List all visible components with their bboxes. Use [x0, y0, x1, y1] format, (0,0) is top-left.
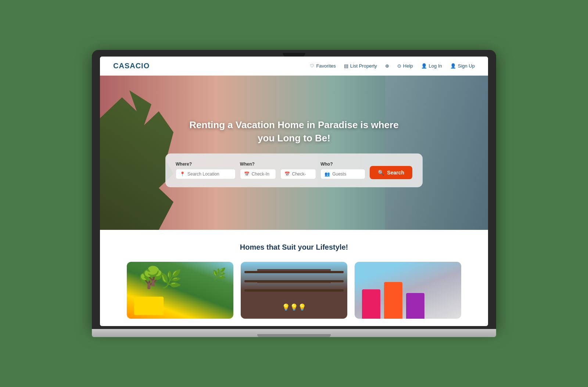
guests-input-wrap: 👥	[320, 169, 365, 179]
help-icon: ⊙	[397, 63, 401, 69]
nav-login[interactable]: 👤 Log In	[421, 63, 442, 69]
hero-title: Renting a Vacation Home in Paradise is w…	[189, 118, 398, 145]
camera-notch	[283, 53, 305, 57]
site-logo[interactable]: CASACIO	[113, 62, 150, 70]
checkin-input-wrap: 📅	[240, 169, 276, 179]
guests-input[interactable]	[332, 171, 361, 177]
search-icon: 🔍	[378, 170, 384, 176]
list-icon: ▤	[344, 63, 348, 69]
where-label: Where?	[176, 162, 236, 167]
nav-help[interactable]: ⊙ Help	[397, 63, 413, 69]
nav-list-property[interactable]: ▤ List Property	[344, 63, 377, 69]
search-guests-field: Who? 👥	[320, 162, 365, 179]
laptop-outer: CASACIO ♡ Favorites ▤ List Property ⊕	[92, 50, 496, 337]
lifestyle-card-2[interactable]: 💡💡💡	[241, 262, 347, 319]
hero-text: Renting a Vacation Home in Paradise is w…	[189, 118, 398, 145]
hero-section: Renting a Vacation Home in Paradise is w…	[100, 76, 488, 230]
lifestyle-cards: 🌳 🌿 💡💡💡	[122, 262, 466, 319]
heart-icon: ♡	[310, 63, 314, 69]
lifestyle-title: Homes that Suit your Lifestyle!	[122, 243, 466, 252]
nav-globe[interactable]: ⊕	[385, 63, 389, 69]
calendar-checkout-icon: 📅	[284, 171, 290, 177]
website-content: CASACIO ♡ Favorites ▤ List Property ⊕	[100, 57, 488, 326]
location-input[interactable]	[187, 171, 232, 177]
lifestyle-card-1[interactable]: 🌳 🌿	[127, 262, 233, 319]
search-row: Where? 📍 When? 📅	[176, 162, 412, 179]
search-checkout-field: When? 📅	[280, 162, 316, 179]
laptop-bezel: CASACIO ♡ Favorites ▤ List Property ⊕	[92, 50, 496, 329]
search-button[interactable]: 🔍 Search	[370, 166, 412, 179]
laptop-base	[92, 329, 496, 337]
search-container: Where? 📍 When? 📅	[165, 153, 423, 187]
lifestyle-card-3[interactable]	[355, 262, 461, 319]
user-plus-icon: 👤	[450, 63, 456, 69]
location-icon: 📍	[180, 171, 185, 177]
nav-links: ♡ Favorites ▤ List Property ⊕ ⊙ Help	[310, 63, 475, 69]
calendar-icon: 📅	[244, 171, 250, 177]
guests-icon: 👥	[325, 171, 330, 177]
lifestyle-section: Homes that Suit your Lifestyle! 🌳 🌿 💡💡💡	[100, 230, 488, 326]
who-label: Who?	[320, 162, 365, 167]
when-label: When?	[240, 162, 276, 167]
checkout-input-wrap: 📅	[280, 169, 316, 179]
nav-signup[interactable]: 👤 Sign Up	[450, 63, 475, 69]
checkin-input[interactable]	[252, 171, 272, 177]
search-checkin-field: When? 📅	[240, 162, 276, 179]
globe-icon: ⊕	[385, 63, 389, 69]
nav-favorites[interactable]: ♡ Favorites	[310, 63, 336, 69]
location-input-wrap: 📍	[176, 169, 236, 179]
user-icon: 👤	[421, 63, 427, 69]
search-location-field: Where? 📍	[176, 162, 236, 179]
checkout-input[interactable]	[292, 171, 312, 177]
laptop-screen: CASACIO ♡ Favorites ▤ List Property ⊕	[100, 57, 488, 326]
navbar: CASACIO ♡ Favorites ▤ List Property ⊕	[100, 57, 488, 76]
